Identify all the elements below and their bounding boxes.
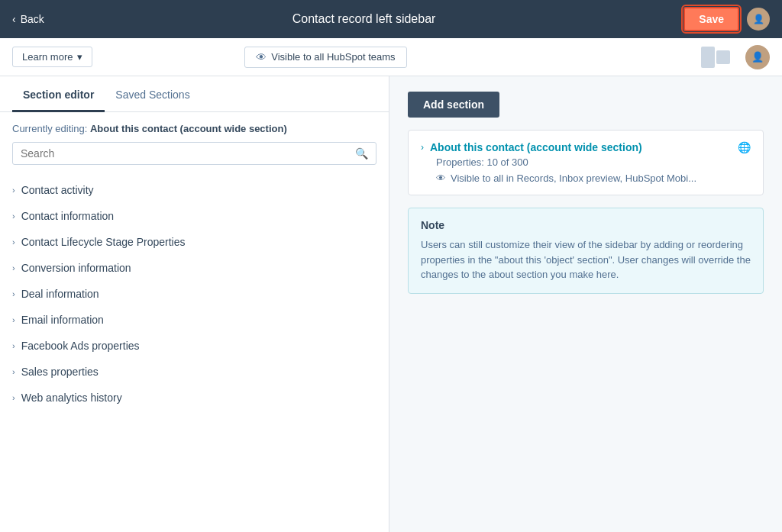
section-card-title-row: › About this contact (account wide secti… <box>421 141 642 153</box>
currently-editing-label: Currently editing: About this contact (a… <box>0 112 389 142</box>
back-label: Back <box>21 13 44 25</box>
layout-block-tall <box>701 47 715 68</box>
section-card-visibility: 👁 Visible to all in Records, Inbox previ… <box>421 172 751 184</box>
search-icon: 🔍 <box>355 147 368 160</box>
topbar: ‹ Back Contact record left sidebar Save … <box>0 0 782 38</box>
eye-icon: 👁 <box>256 51 267 63</box>
right-panel: Add section › About this contact (accoun… <box>389 76 782 532</box>
section-card-properties-count: Properties: 10 of 300 <box>421 156 751 168</box>
section-card: › About this contact (account wide secti… <box>408 130 764 195</box>
layout-preview <box>701 47 730 68</box>
chevron-right-icon: › <box>12 185 15 195</box>
toolbar: Learn more ▾ 👁 Visible to all HubSpot te… <box>0 38 782 76</box>
left-panel: Section editor Saved Sections Currently … <box>0 76 389 532</box>
chevron-right-icon: › <box>12 237 15 247</box>
dropdown-arrow-icon: ▾ <box>77 51 82 63</box>
note-box: Note Users can still customize their vie… <box>408 208 764 294</box>
list-item[interactable]: › Web analytics history <box>0 385 389 411</box>
chevron-right-icon: › <box>12 367 15 376</box>
note-title: Note <box>421 219 751 231</box>
list-item[interactable]: › Contact activity <box>0 177 389 203</box>
note-text: Users can still customize their view of … <box>421 237 751 282</box>
chevron-right-icon: › <box>12 393 15 402</box>
list-item[interactable]: › Email information <box>0 307 389 333</box>
tabs-bar: Section editor Saved Sections <box>0 76 389 112</box>
back-chevron-icon: ‹ <box>12 13 16 25</box>
learn-more-button[interactable]: Learn more ▾ <box>12 47 92 67</box>
list-item[interactable]: › Sales properties <box>0 359 389 385</box>
main-content: Section editor Saved Sections Currently … <box>0 76 782 532</box>
section-card-title[interactable]: About this contact (account wide section… <box>430 141 642 153</box>
topbar-right: Save 👤 <box>683 7 770 31</box>
search-container: 🔍 <box>0 142 389 174</box>
chevron-right-icon: › <box>12 289 15 298</box>
section-card-header: › About this contact (account wide secti… <box>421 141 751 153</box>
property-list: › Contact activity › Contact information… <box>0 174 389 532</box>
list-item[interactable]: › Deal information <box>0 281 389 307</box>
save-button[interactable]: Save <box>683 7 739 31</box>
visibility-label: Visible to all HubSpot teams <box>271 51 395 63</box>
user-avatar[interactable]: 👤 <box>745 45 770 69</box>
tab-saved-sections[interactable]: Saved Sections <box>105 76 200 112</box>
back-button[interactable]: ‹ Back <box>12 13 44 25</box>
add-section-button[interactable]: Add section <box>408 92 499 118</box>
list-item[interactable]: › Conversion information <box>0 255 389 281</box>
section-expand-icon: › <box>421 142 424 153</box>
chevron-right-icon: › <box>12 263 15 272</box>
list-item[interactable]: › Contact Lifecycle Stage Properties <box>0 229 389 255</box>
chevron-right-icon: › <box>12 315 15 324</box>
editing-section-name: About this contact (account wide section… <box>90 123 287 134</box>
layout-block-short <box>716 50 730 64</box>
page-title: Contact record left sidebar <box>292 12 436 26</box>
chevron-right-icon: › <box>12 341 15 350</box>
list-item[interactable]: › Facebook Ads properties <box>0 333 389 359</box>
eye-icon: 👁 <box>436 172 446 184</box>
learn-more-label: Learn more <box>22 51 73 63</box>
search-box: 🔍 <box>12 142 376 165</box>
globe-icon: 🌐 <box>738 141 751 153</box>
avatar[interactable]: 👤 <box>747 8 770 31</box>
tab-section-editor[interactable]: Section editor <box>12 76 105 112</box>
list-item[interactable]: › Contact information <box>0 203 389 229</box>
visibility-badge[interactable]: 👁 Visible to all HubSpot teams <box>244 47 406 68</box>
search-input[interactable] <box>21 147 355 160</box>
chevron-right-icon: › <box>12 211 15 221</box>
